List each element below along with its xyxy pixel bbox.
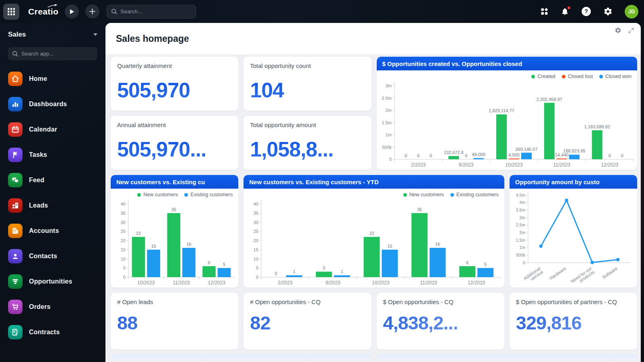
svg-text:9/2023: 9/2023 xyxy=(458,162,473,168)
legend-dot xyxy=(450,193,454,197)
kpi-title: Total opportunity amount xyxy=(250,121,365,129)
creatio-logo: Creatio xyxy=(28,7,58,16)
sidebar-item-contracts[interactable]: Contracts xyxy=(8,325,97,339)
svg-text:4m: 4m xyxy=(519,200,525,205)
kpi-open-opportunities-amount-cq: $ Open opportunities - CQ 4,838,2... xyxy=(377,293,504,350)
chart-body: New customersExisting customers051015202… xyxy=(111,189,238,288)
sidebar-item-label: Contracts xyxy=(29,329,60,336)
sidebar-item-dashboards[interactable]: Dashboards xyxy=(8,97,97,111)
svg-text:35: 35 xyxy=(417,207,422,212)
svg-text:188,823.95: 188,823.95 xyxy=(563,148,585,153)
svg-text:5: 5 xyxy=(123,265,126,270)
kpi-total-opportunity-amount: Total opportunity amount 1,058,8... xyxy=(244,116,371,170)
kpi-title: $ Open opportunities - CQ xyxy=(383,298,498,306)
add-new-button[interactable] xyxy=(85,4,99,19)
sidebar-item-contacts[interactable]: Contacts xyxy=(8,249,97,263)
global-search[interactable] xyxy=(107,5,196,19)
svg-text:0: 0 xyxy=(389,157,391,162)
svg-text:5: 5 xyxy=(223,262,225,267)
sidebar-item-label: Accounts xyxy=(29,227,59,234)
kpi-title: # Open leads xyxy=(117,298,232,306)
svg-text:16: 16 xyxy=(186,242,191,247)
sidebar-item-tasks[interactable]: Tasks xyxy=(8,148,97,162)
svg-text:Need for ourproducts: Need for ourproducts xyxy=(570,266,595,288)
sidebar-item-orders[interactable]: Orders xyxy=(8,300,97,314)
sidebar-item-opportunities[interactable]: Opportunities xyxy=(8,274,97,289)
feed-icon xyxy=(8,173,23,187)
user-avatar[interactable]: JD xyxy=(625,5,638,19)
notifications-button[interactable] xyxy=(561,7,569,16)
global-search-input[interactable] xyxy=(120,8,189,14)
svg-text:4.5m: 4.5m xyxy=(516,193,525,197)
system-settings-button[interactable] xyxy=(603,7,613,16)
chart-new-vs-existing-customers-ytd: New customers vs. Existing customers - Y… xyxy=(244,175,504,288)
svg-text:12/2023: 12/2023 xyxy=(601,162,618,168)
legend-item: Existing customers xyxy=(450,192,499,197)
bar-chart: 051015202530354010/202311/202312/2023223… xyxy=(111,189,238,288)
sidebar-item-label: Leads xyxy=(29,202,48,209)
app-search[interactable] xyxy=(8,47,97,60)
chart-legend: New customersExisting customers xyxy=(403,192,499,197)
kpi-value: 88 xyxy=(117,312,232,334)
apps-icon xyxy=(540,7,549,16)
kpi-value: 1,058,8... xyxy=(250,137,365,161)
svg-text:20: 20 xyxy=(121,238,126,243)
calendar-icon xyxy=(8,122,23,137)
svg-text:25: 25 xyxy=(121,229,126,234)
home-icon xyxy=(8,72,23,86)
svg-text:0: 0 xyxy=(429,153,432,158)
next-widget-header-peek xyxy=(111,355,372,360)
svg-text:0: 0 xyxy=(256,275,258,280)
expand-icon[interactable] xyxy=(628,27,634,34)
page-settings-icon[interactable] xyxy=(615,27,621,34)
sidebar-item-label: Contacts xyxy=(29,253,57,260)
chart-title: New customers vs. Existing customers - Y… xyxy=(244,175,504,189)
kpi-open-opportunities-cq: # Open opportunities - CQ 82 xyxy=(244,293,371,350)
run-process-button[interactable] xyxy=(65,4,79,19)
chart-opportunity-amount-by-customer-need: Opportunity amount by custo 0500k1m1.5m2… xyxy=(510,175,637,288)
svg-text:0: 0 xyxy=(608,153,611,158)
page-title: Sales homepage xyxy=(116,33,189,44)
svg-text:30: 30 xyxy=(121,220,126,225)
help-button[interactable]: ? xyxy=(581,6,591,16)
app-search-input[interactable] xyxy=(21,51,86,57)
play-icon xyxy=(69,9,74,14)
sidebar-item-label: Tasks xyxy=(29,151,47,158)
sidebar-item-feed[interactable]: Feed xyxy=(8,173,97,187)
svg-text:0: 0 xyxy=(405,153,407,158)
svg-text:35: 35 xyxy=(171,207,176,212)
svg-text:2,302,458.97: 2,302,458.97 xyxy=(536,97,562,102)
accounts-icon xyxy=(8,224,23,238)
next-widget-header-peek xyxy=(377,355,638,360)
svg-text:10/2023: 10/2023 xyxy=(505,162,523,168)
search-icon xyxy=(111,8,117,14)
svg-text:1: 1 xyxy=(293,269,295,274)
chart-opportunities-created-vs-closed: $ Opportunities created vs. Opportunitie… xyxy=(377,57,638,170)
svg-text:5: 5 xyxy=(256,265,258,270)
svg-text:0: 0 xyxy=(123,275,126,280)
sidebar-item-calendar[interactable]: Calendar xyxy=(8,122,97,137)
svg-text:3.5m: 3.5m xyxy=(516,208,525,212)
svg-text:0: 0 xyxy=(275,271,277,276)
kpi-value: 82 xyxy=(250,312,365,334)
svg-text:40: 40 xyxy=(254,202,258,206)
sidebar-item-leads[interactable]: Leads xyxy=(8,198,97,213)
svg-text:0: 0 xyxy=(523,260,525,265)
svg-text:40: 40 xyxy=(121,202,126,206)
kpi-title: Total opportunity count xyxy=(250,62,365,70)
legend-item: New customers xyxy=(137,192,178,197)
app-launcher-button[interactable] xyxy=(3,4,19,20)
chart-new-vs-existing-customers: New customers vs. Existing cu New custom… xyxy=(111,175,238,288)
sidebar-item-home[interactable]: Home xyxy=(8,72,97,86)
legend-dot xyxy=(184,193,188,197)
svg-text:15: 15 xyxy=(254,247,258,252)
legend-item: Closed lost xyxy=(562,74,593,79)
sidebar-item-accounts[interactable]: Accounts xyxy=(8,224,97,238)
svg-text:?: ? xyxy=(584,8,588,14)
marketplace-apps-button[interactable] xyxy=(540,7,549,16)
svg-text:5: 5 xyxy=(484,262,487,267)
workspace-selector[interactable]: Sales xyxy=(8,29,97,40)
svg-text:12/2023: 12/2023 xyxy=(208,280,225,286)
svg-text:12/2023: 12/2023 xyxy=(468,280,485,286)
sidebar-item-label: Home xyxy=(29,75,47,82)
